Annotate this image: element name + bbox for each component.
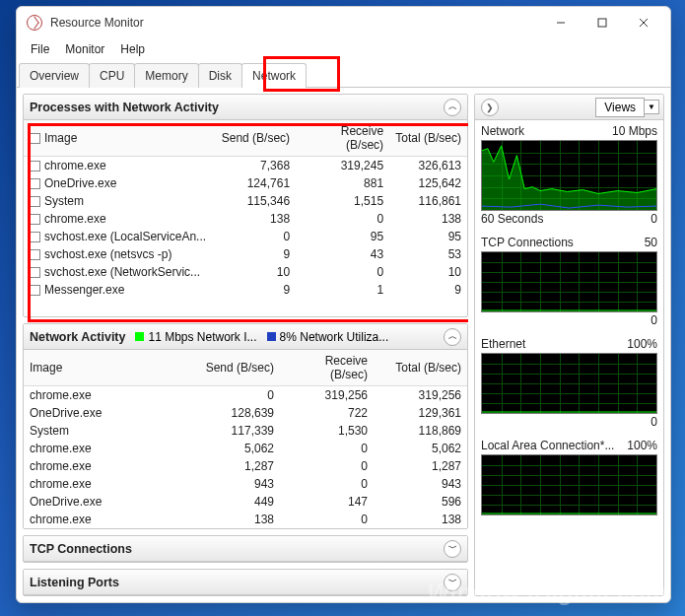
- panel-processes-body[interactable]: Image Send (B/sec) Receive (B/sec) Total…: [24, 120, 467, 316]
- expand-icon[interactable]: ﹀: [444, 540, 461, 558]
- close-button[interactable]: [623, 9, 664, 36]
- collapse-icon[interactable]: ︿: [444, 99, 461, 116]
- table-row[interactable]: svchost.exe (LocalServiceAn...09595: [24, 228, 467, 245]
- cell-send: 1,287: [196, 457, 280, 475]
- menu-help[interactable]: Help: [114, 40, 151, 58]
- table-row[interactable]: chrome.exe1380138: [24, 511, 467, 528]
- chart-title: Ethernet: [481, 337, 525, 351]
- table-row[interactable]: OneDrive.exe124,761881125,642: [24, 174, 467, 192]
- views-dropdown-icon[interactable]: ▼: [645, 100, 659, 114]
- chart-sub-right: 0: [651, 415, 657, 429]
- checkbox[interactable]: [30, 232, 40, 242]
- col-total[interactable]: Total (B/sec): [374, 350, 467, 386]
- panel-tcp: TCP Connections ﹀: [23, 535, 468, 563]
- cell-send: 10: [212, 263, 296, 281]
- panel-tcp-header[interactable]: TCP Connections ﹀: [24, 536, 467, 562]
- cell-send: 5,062: [196, 440, 280, 457]
- cell-total: 118,869: [374, 422, 467, 440]
- charts-container[interactable]: Network 10 Mbps 60 Seconds0 TCP Connecti…: [475, 120, 663, 595]
- menu-bar: File Monitor Help: [17, 38, 670, 60]
- table-row[interactable]: chrome.exe0319,256319,256: [24, 386, 467, 405]
- checkbox-all[interactable]: [30, 133, 40, 144]
- cell-recv: 881: [296, 174, 389, 192]
- table-row[interactable]: chrome.exe9430943: [24, 475, 467, 493]
- table-row[interactable]: OneDrive.exe128,639722129,361: [24, 404, 467, 422]
- checkbox[interactable]: [30, 178, 40, 189]
- tab-memory[interactable]: Memory: [134, 63, 198, 88]
- col-send[interactable]: Send (B/sec): [212, 120, 296, 157]
- processes-table: Image Send (B/sec) Receive (B/sec) Total…: [24, 120, 467, 299]
- tab-network[interactable]: Network: [241, 63, 307, 88]
- cell-send: 9: [212, 245, 296, 263]
- chart-block: Ethernet 100% 0: [475, 333, 663, 435]
- chart-scale: 10 Mbps: [612, 124, 657, 138]
- checkbox[interactable]: [30, 249, 40, 260]
- table-row[interactable]: chrome.exe7,368319,245326,613: [24, 157, 467, 175]
- process-name: chrome.exe: [44, 212, 106, 226]
- table-row[interactable]: System117,3391,530118,869: [24, 422, 467, 440]
- checkbox[interactable]: [30, 267, 40, 278]
- process-name: System: [44, 194, 84, 208]
- legend-green-icon: [135, 332, 144, 341]
- table-row[interactable]: svchost.exe (netsvcs -p)94353: [24, 245, 467, 263]
- chart-block: Local Area Connection*... 100%: [475, 435, 663, 521]
- table-row[interactable]: System115,3461,515116,861: [24, 192, 467, 210]
- activity-table: Image Send (B/sec) Receive (B/sec) Total…: [24, 350, 467, 528]
- cell-recv: 1: [296, 281, 389, 299]
- panel-activity-title: Network Activity: [30, 330, 125, 344]
- table-row[interactable]: chrome.exe1,28701,287: [24, 457, 467, 475]
- checkbox[interactable]: [30, 214, 40, 225]
- sidebar-collapse-icon[interactable]: ❯: [481, 99, 499, 116]
- app-icon: [27, 15, 42, 31]
- legend-text-2: 8% Network Utiliza...: [280, 330, 389, 344]
- cell-total: 1,287: [374, 457, 467, 475]
- panel-listening-header[interactable]: Listening Ports ﹀: [24, 570, 467, 595]
- menu-monitor[interactable]: Monitor: [59, 40, 110, 58]
- panel-activity-header[interactable]: Network Activity 11 Mbps Network I... 8%…: [24, 324, 467, 350]
- col-send[interactable]: Send (B/sec): [196, 350, 280, 386]
- window-title: Resource Monitor: [50, 16, 540, 30]
- tab-cpu[interactable]: CPU: [89, 63, 135, 88]
- table-row[interactable]: chrome.exe1380138: [24, 210, 467, 228]
- chart-title: Network: [481, 124, 524, 138]
- views-button[interactable]: Views: [595, 98, 645, 117]
- process-name: chrome.exe: [24, 511, 196, 528]
- cell-total: 10: [389, 263, 467, 281]
- cell-send: 9: [212, 281, 296, 299]
- process-name: svchost.exe (NetworkServic...: [44, 265, 200, 279]
- panel-processes-header[interactable]: Processes with Network Activity ︿: [24, 95, 467, 120]
- process-name: svchost.exe (LocalServiceAn...: [44, 230, 206, 243]
- chart-sub-left: 60 Seconds: [481, 212, 543, 226]
- title-bar[interactable]: Resource Monitor: [17, 7, 670, 38]
- expand-icon[interactable]: ﹀: [444, 574, 461, 591]
- checkbox[interactable]: [30, 161, 40, 171]
- cell-recv: 0: [296, 263, 389, 281]
- process-name: System: [24, 422, 196, 440]
- tab-disk[interactable]: Disk: [198, 63, 242, 88]
- col-receive[interactable]: Receive (B/sec): [280, 350, 374, 386]
- checkbox[interactable]: [30, 196, 40, 207]
- table-row[interactable]: OneDrive.exe449147596: [24, 493, 467, 511]
- right-sidebar: ❯ Views ▼ Network 10 Mbps 60 Seconds0 TC…: [474, 94, 664, 596]
- panel-tcp-title: TCP Connections: [30, 542, 132, 556]
- table-row[interactable]: svchost.exe (NetworkServic...10010: [24, 263, 467, 281]
- col-image[interactable]: Image: [44, 131, 77, 145]
- chart-canvas: [481, 353, 657, 414]
- chart-canvas: [481, 454, 657, 515]
- table-row[interactable]: chrome.exe5,06205,062: [24, 440, 467, 457]
- checkbox[interactable]: [30, 285, 40, 296]
- col-image[interactable]: Image: [24, 350, 196, 386]
- minimize-button[interactable]: [540, 9, 582, 36]
- table-row[interactable]: Messenger.exe919: [24, 281, 467, 299]
- menu-file[interactable]: File: [25, 40, 55, 58]
- cell-total: 95: [389, 228, 467, 245]
- col-total[interactable]: Total (B/sec): [389, 120, 467, 157]
- tab-overview[interactable]: Overview: [19, 63, 90, 88]
- panel-activity-body[interactable]: Image Send (B/sec) Receive (B/sec) Total…: [24, 350, 467, 528]
- col-receive[interactable]: Receive (B/sec): [296, 120, 389, 157]
- legend-blue-icon: [267, 332, 276, 341]
- legend-text-1: 11 Mbps Network I...: [148, 330, 256, 344]
- maximize-button[interactable]: [582, 9, 623, 36]
- cell-send: 943: [196, 475, 280, 493]
- collapse-icon[interactable]: ︿: [444, 328, 461, 346]
